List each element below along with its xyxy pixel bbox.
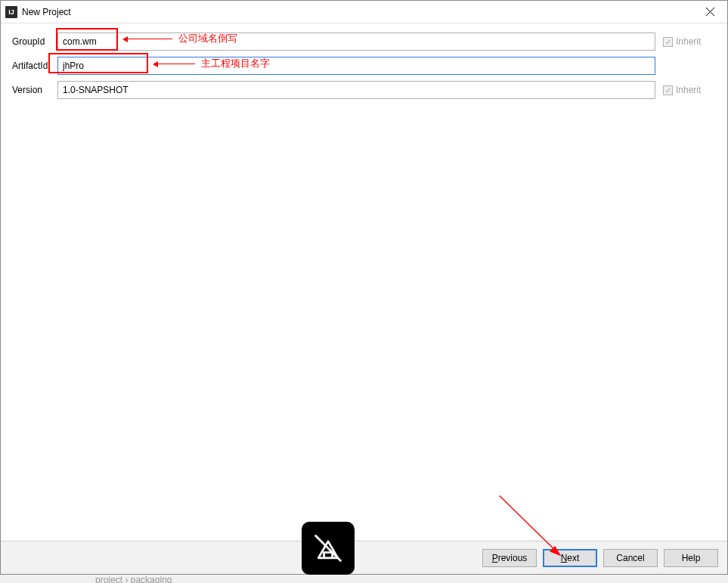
previous-button[interactable]: Previous xyxy=(482,549,537,567)
titlebar: IJ New Project xyxy=(1,1,727,23)
new-project-dialog: IJ New Project GroupId ✓ Inherit Artifac… xyxy=(0,0,728,575)
version-inherit: ✓ Inherit xyxy=(663,85,716,95)
arrow-icon xyxy=(127,39,172,39)
breadcrumb: project › packaging xyxy=(95,575,172,583)
version-row: Version ✓ Inherit xyxy=(12,81,716,99)
annotation-group-id: 公司域名倒写 xyxy=(127,32,237,45)
chevron-right-icon: › xyxy=(125,575,130,583)
cancel-button[interactable]: Cancel xyxy=(603,549,658,567)
close-icon xyxy=(706,8,714,16)
help-button[interactable]: Help xyxy=(664,549,718,567)
inherit-label: Inherit xyxy=(676,85,701,95)
window-title: New Project xyxy=(22,7,693,17)
button-bar: Previous Next Cancel Help xyxy=(1,541,727,574)
close-button[interactable] xyxy=(693,1,727,23)
annotation-text: 主工程项目名字 xyxy=(201,57,270,70)
annotation-text: 公司域名倒写 xyxy=(178,32,237,45)
breadcrumb-item: project xyxy=(95,575,122,583)
group-id-row: GroupId ✓ Inherit xyxy=(12,33,716,51)
overlay-badge-icon xyxy=(302,522,355,575)
inherit-label: Inherit xyxy=(676,36,701,47)
group-id-label: GroupId xyxy=(12,36,57,47)
version-label: Version xyxy=(12,85,57,95)
group-id-inherit: ✓ Inherit xyxy=(663,36,716,47)
next-button[interactable]: Next xyxy=(543,549,597,567)
dialog-content: GroupId ✓ Inherit ArtifactId ✓ Inherit V… xyxy=(1,23,727,541)
artifact-id-row: ArtifactId ✓ Inherit xyxy=(12,57,716,75)
version-input[interactable] xyxy=(57,81,655,99)
artifact-id-input[interactable] xyxy=(57,57,655,75)
arrow-icon xyxy=(157,64,195,64)
annotation-artifact-id: 主工程项目名字 xyxy=(157,57,270,70)
inherit-checkbox-icon: ✓ xyxy=(663,37,673,47)
breadcrumb-item: packaging xyxy=(131,575,172,583)
app-icon: IJ xyxy=(5,6,17,18)
inherit-checkbox-icon: ✓ xyxy=(663,85,673,95)
artifact-id-label: ArtifactId xyxy=(12,60,57,71)
